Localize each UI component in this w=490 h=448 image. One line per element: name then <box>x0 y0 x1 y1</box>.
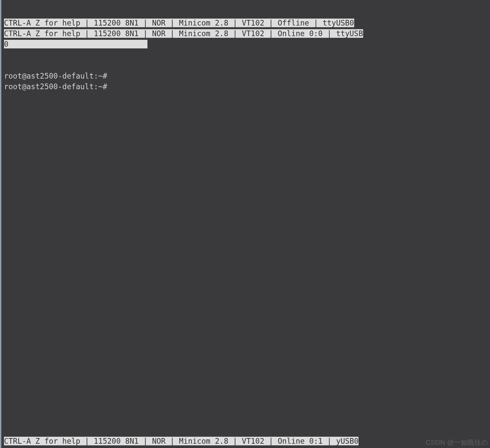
shell-prompt-2: root@ast2500-default:~# <box>4 82 107 91</box>
minicom-status-line-1: CTRL-A Z for help | 115200 8N1 | NOR | M… <box>4 19 354 27</box>
shell-prompt-1: root@ast2500-default:~# <box>4 72 107 80</box>
terminal-output[interactable]: CTRL-A Z for help | 115200 8N1 | NOR | M… <box>4 0 490 448</box>
minicom-status-line-2b: 0 <box>4 40 147 48</box>
minicom-status-bottom-text: CTRL-A Z for help | 115200 8N1 | NOR | M… <box>4 437 358 445</box>
minicom-status-bar: CTRL-A Z for help | 115200 8N1 | NOR | M… <box>4 425 358 447</box>
watermark-text: CSDN @一如既往の <box>426 438 488 447</box>
minicom-status-line-2a: CTRL-A Z for help | 115200 8N1 | NOR | M… <box>4 29 363 38</box>
blank-line <box>4 50 490 60</box>
